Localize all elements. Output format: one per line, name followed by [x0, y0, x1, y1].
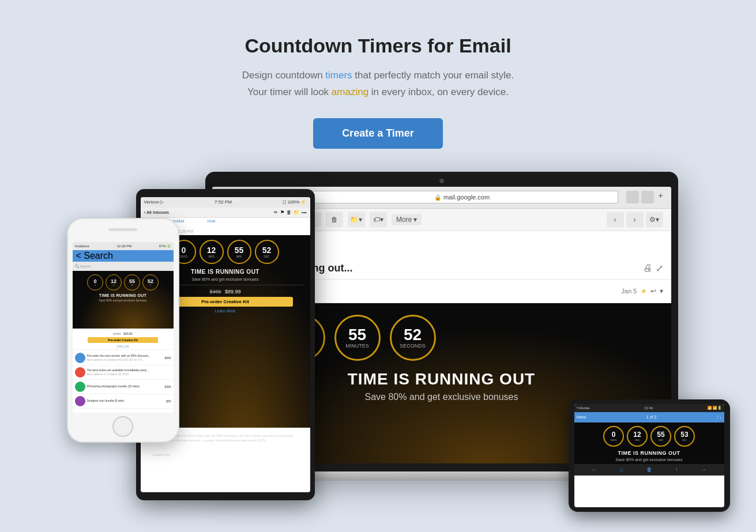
inbox-item-2: The best action set available immediatel…	[73, 365, 174, 380]
tablet-toolbar-compose[interactable]: ✏	[274, 210, 278, 215]
inbox-text-1: Pre-order the next version with an 80% d…	[87, 354, 163, 362]
phone-search-text: Search	[80, 265, 91, 268]
gmail-more-btn[interactable]: More ▾	[392, 214, 422, 225]
inbox-price-3: $366	[164, 385, 171, 388]
tablet-minutes: 55 MIN	[227, 240, 251, 264]
gmail-prev-btn[interactable]: ‹	[607, 212, 624, 227]
pb-minutes: 55 MIN	[650, 426, 671, 447]
gmail-nav-buttons: ‹ › ⚙▾	[607, 212, 663, 227]
reply-dropdown-icon[interactable]: ▾	[660, 287, 663, 295]
phone-black-nav: Inbox 1 of 2 ↑ ↓	[574, 412, 724, 422]
hero-subtitle: Design countdown timers that perfectly m…	[242, 67, 514, 101]
new-window-icon[interactable]: ⤢	[656, 263, 663, 274]
tablet-seconds: 52 SEC	[255, 240, 279, 264]
phone-home-button[interactable]	[112, 416, 133, 437]
gmail-more-icon: ▾	[413, 216, 417, 224]
hero-section: Countdown Timers for Email Design countd…	[0, 0, 756, 172]
tablet-toolbar-delete[interactable]: 🗑	[287, 210, 291, 215]
browser-new-tab-btn[interactable]: +	[656, 191, 665, 200]
page-title: Countdown Timers for Email	[245, 35, 511, 57]
laptop-camera	[439, 179, 444, 183]
phone-days: 0 D	[87, 274, 103, 290]
pb-nav-share[interactable]: ↑	[675, 466, 678, 473]
tablet-hours: 12 HRS	[200, 240, 224, 264]
pb-subheadline: Save 80% and get exclusive bonuses	[574, 458, 724, 464]
email-action-icons: 🖨 ⤢	[643, 263, 663, 274]
inbox-item-3: Photoshop photography bundle (16 sites) …	[73, 380, 174, 394]
phone-back-btn[interactable]: < Search	[76, 251, 113, 261]
phone-time: 12:38 PM	[116, 244, 131, 248]
browser-url-text: mail.google.com	[443, 194, 490, 201]
phone-black-frame: T-Mobile 22:46 📶 📶 🔋 Inbox 1 of 2 ↑ ↓ 0 …	[569, 399, 730, 512]
phone-white-device: Vodafone 12:38 PM 87% 🔋 < Search 🔍 Searc…	[67, 218, 179, 443]
tablet-back-icon[interactable]: ‹ All Inboxes	[144, 210, 170, 215]
phone-email-lower: $456 $89.99 Pre-order Creative Kit CALL …	[73, 329, 174, 410]
phone-order-btn[interactable]: Pre-order Creative Kit	[88, 337, 159, 343]
star-icon[interactable]: ★	[641, 287, 647, 295]
tablet-battery: ◻ 100% ⚡	[283, 199, 307, 205]
phone-battery: 87% 🔋	[159, 244, 171, 248]
pb-nav-bottom: ← ⌂ 🗑 ↑ →	[574, 464, 724, 476]
pb-seconds: 53 SEC	[674, 426, 695, 447]
browser-action-buttons: +	[626, 191, 665, 203]
phone-carrier: Vodafone	[75, 244, 89, 248]
pb-nav-home[interactable]: ⌂	[620, 466, 623, 473]
inbox-avatar-3	[75, 382, 85, 392]
phone-price: $456 $89.99	[73, 332, 174, 335]
browser-tab-btn[interactable]	[641, 191, 654, 203]
inbox-item-4: Designer icon bundle (8 sets) $56	[73, 394, 174, 409]
pb-carrier: T-Mobile	[577, 406, 590, 410]
devices-scene: ‹ › 🔒 mail.google.com +	[61, 172, 695, 518]
phone-black-screen: T-Mobile 22:46 📶 📶 🔋 Inbox 1 of 2 ↑ ↓ 0 …	[574, 404, 724, 507]
inbox-text-4: Designer icon bundle (8 sets)	[87, 399, 165, 403]
pb-headline: TIME IS RUNNING OUT	[574, 448, 724, 458]
gmail-settings-btn[interactable]: ⚙▾	[646, 212, 663, 227]
countdown-minutes: 55 MINUTES	[334, 315, 381, 361]
pb-nav-arrows[interactable]: ↑ ↓	[717, 415, 722, 419]
phone-divider	[75, 349, 171, 350]
pb-countdown: 0 DAYS 12 HRS 55 MIN 53 SEC	[574, 422, 724, 448]
inbox-avatar-2	[75, 367, 85, 378]
print-icon[interactable]: 🖨	[643, 263, 652, 274]
gmail-delete-btn[interactable]: 🗑	[326, 212, 343, 227]
gmail-folder-btn[interactable]: 📁▾	[348, 212, 365, 227]
phone-search-icon: 🔍	[75, 264, 79, 268]
phone-white-frame: Vodafone 12:38 PM 87% 🔋 < Search 🔍 Searc…	[67, 218, 179, 443]
tablet-toolbar-flag[interactable]: ⚑	[280, 210, 284, 215]
phone-seconds: 52 S	[142, 274, 159, 290]
tablet-carrier: Verizon ▷	[144, 199, 164, 205]
inbox-price-1: $885	[164, 356, 171, 360]
phone-minutes: 55 M	[124, 274, 140, 290]
reply-icon[interactable]: ↩	[650, 287, 656, 295]
inbox-item-1: Pre-order the next version with an 80% d…	[73, 351, 174, 365]
phone-white-screen: Vodafone 12:38 PM 87% 🔋 < Search 🔍 Searc…	[73, 242, 174, 413]
email-date: Jan 5	[622, 288, 637, 295]
create-timer-button[interactable]: Create a Timer	[313, 118, 443, 149]
pb-days: 0 DAYS	[603, 426, 624, 447]
browser-url-bar[interactable]: 🔒 mail.google.com	[306, 191, 618, 203]
gmail-tag-btn[interactable]: 🏷▾	[370, 212, 387, 227]
tablet-toolbar-move[interactable]: 📁	[294, 210, 299, 215]
gmail-next-btn[interactable]: ›	[626, 212, 644, 227]
pb-nav-back[interactable]: ←	[591, 466, 597, 473]
inbox-avatar-1	[75, 353, 85, 363]
inbox-price-4: $56	[166, 399, 171, 403]
tablet-status-bar: Verizon ▷ 7:52 PM ◻ 100% ⚡	[141, 197, 310, 207]
browser-share-btn[interactable]	[626, 191, 639, 203]
phone-subheadline: Save 80% and get exclusive bonuses	[73, 299, 174, 302]
inbox-text-3: Photoshop photography bundle (16 sites)	[87, 384, 163, 388]
phone-call-us[interactable]: CALL US	[73, 345, 174, 348]
tablet-offer-item: Creative Kit	[146, 453, 304, 456]
inbox-text-2: The best action set available immediatel…	[87, 368, 170, 376]
pb-nav-trash[interactable]: 🗑	[646, 466, 652, 473]
pb-nav-forward[interactable]: →	[701, 466, 707, 473]
phone-black-device: T-Mobile 22:46 📶 📶 🔋 Inbox 1 of 2 ↑ ↓ 0 …	[569, 399, 730, 512]
pb-inbox-label: Inbox	[577, 415, 586, 419]
phone-countdown: 0 D 12 H 55 M	[73, 271, 174, 292]
pb-time: 22:46	[644, 406, 653, 410]
phone-black-status: T-Mobile 22:46 📶 📶 🔋	[574, 404, 724, 412]
phone-hours: 12 H	[106, 274, 122, 290]
phone-search-bar: 🔍 Search	[73, 262, 174, 271]
gmail-more-label: More	[396, 216, 412, 224]
tablet-toolbar-more[interactable]: •••	[302, 210, 306, 215]
